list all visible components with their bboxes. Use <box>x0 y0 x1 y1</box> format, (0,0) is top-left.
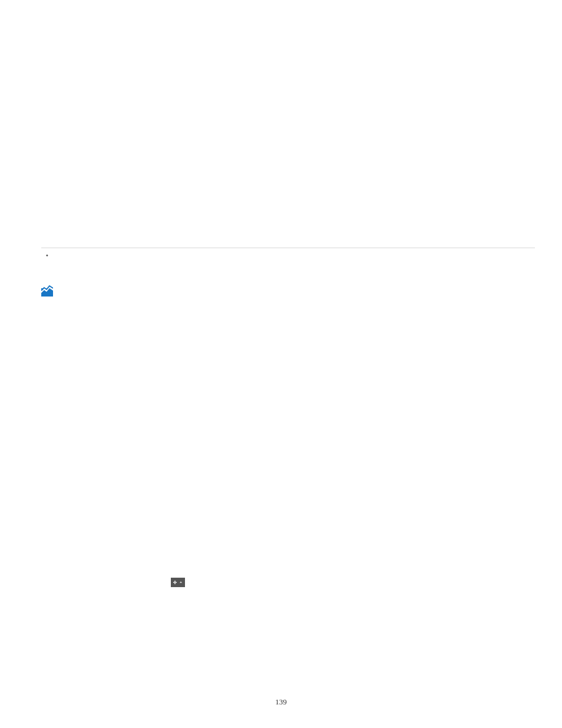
svg-rect-3 <box>173 582 177 583</box>
page-content <box>0 0 562 297</box>
gamepad-icon <box>171 578 185 587</box>
chart-icon <box>41 285 53 297</box>
page-number: 139 <box>275 697 287 707</box>
section-divider <box>41 248 535 248</box>
svg-rect-1 <box>171 578 185 587</box>
